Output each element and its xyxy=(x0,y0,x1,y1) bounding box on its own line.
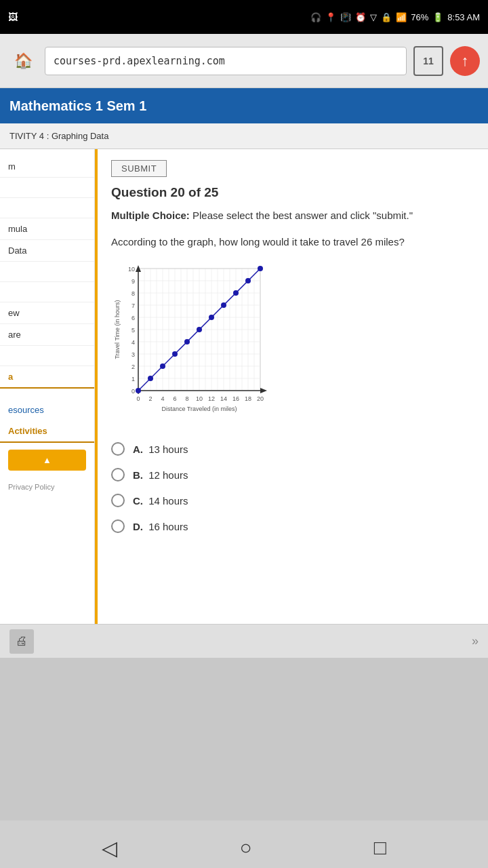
svg-marker-34 xyxy=(260,388,267,393)
sidebar-blank-2 xyxy=(0,198,94,218)
svg-text:6: 6 xyxy=(173,395,176,402)
sidebar-up-button[interactable]: ▲ xyxy=(8,450,86,471)
radio-c[interactable] xyxy=(111,494,125,507)
svg-text:9: 9 xyxy=(131,278,135,285)
answer-label-a: A. 13 hours xyxy=(133,443,188,455)
question-instruction: Multiple Choice: Please select the best … xyxy=(111,208,474,224)
svg-text:Distance Traveled (in miles): Distance Traveled (in miles) xyxy=(161,406,237,412)
answer-choice-b[interactable]: B. 12 hours xyxy=(111,468,474,481)
home-nav-button[interactable]: ○ xyxy=(239,836,251,859)
vibrate-icon: 📳 xyxy=(340,12,351,22)
question-header: Question 20 of 25 xyxy=(111,185,474,200)
svg-text:2: 2 xyxy=(131,363,135,370)
svg-text:7: 7 xyxy=(131,302,135,309)
graph-container: 0 1 2 3 4 5 6 7 8 9 10 0 2 4 6 8 10 12 1… xyxy=(111,262,474,427)
sidebar-item-a[interactable]: a xyxy=(0,366,94,389)
gray-area xyxy=(0,658,488,821)
svg-text:3: 3 xyxy=(131,351,135,358)
svg-point-70 xyxy=(258,266,263,271)
sidebar-item-ew[interactable]: ew xyxy=(0,302,94,324)
svg-text:Travel Time (in hours): Travel Time (in hours) xyxy=(114,300,121,359)
sidebar-blank-3 xyxy=(0,262,94,282)
sidebar-spacer xyxy=(0,389,94,399)
screenshot-icon: 🖼 xyxy=(8,12,18,22)
answer-label-c: C. 14 hours xyxy=(133,495,188,507)
svg-text:20: 20 xyxy=(257,395,264,402)
svg-text:10: 10 xyxy=(196,395,203,402)
svg-point-61 xyxy=(148,376,153,381)
battery-percent: 76% xyxy=(411,12,428,22)
alarm-icon: ⏰ xyxy=(355,12,366,22)
sidebar: m mula Data ew are a esources Activities… xyxy=(0,149,95,624)
instruction-bold: Multiple Choice: xyxy=(111,210,190,221)
svg-text:4: 4 xyxy=(161,395,164,402)
tab-count-button[interactable]: 11 xyxy=(413,46,443,76)
svg-text:8: 8 xyxy=(131,290,135,297)
breadcrumb: TIVITY 4 : Graphing Data xyxy=(0,123,488,149)
radio-b[interactable] xyxy=(111,468,125,481)
privacy-policy-link[interactable]: Privacy Policy xyxy=(0,477,94,496)
svg-text:12: 12 xyxy=(208,395,215,402)
svg-text:0: 0 xyxy=(136,395,140,402)
svg-text:0: 0 xyxy=(131,388,135,395)
time: 8:53 AM xyxy=(447,12,480,22)
battery-icon: 🔋 xyxy=(432,12,443,22)
svg-text:14: 14 xyxy=(220,395,227,402)
url-text: courses-prd.apexlearning.com xyxy=(54,55,225,67)
svg-point-64 xyxy=(184,339,190,344)
svg-point-67 xyxy=(221,302,226,308)
svg-point-66 xyxy=(209,315,214,320)
svg-point-69 xyxy=(245,278,251,283)
status-right: 🎧 📍 📳 ⏰ ▽ 🔒 📶 76% 🔋 8:53 AM xyxy=(310,12,480,22)
answer-choice-a[interactable]: A. 13 hours xyxy=(111,442,474,456)
radio-a[interactable] xyxy=(111,442,125,456)
scroll-right-icon[interactable]: » xyxy=(472,634,479,648)
radio-d[interactable] xyxy=(111,519,125,533)
answer-choice-c[interactable]: C. 14 hours xyxy=(111,494,474,507)
sidebar-blank-1 xyxy=(0,178,94,198)
print-button[interactable]: 🖨 xyxy=(9,629,34,654)
sidebar-item-data[interactable]: Data xyxy=(0,240,94,262)
submit-button[interactable]: SUBMIT xyxy=(111,160,167,177)
sidebar-item-mula[interactable]: mula xyxy=(0,218,94,240)
sidebar-blank-5 xyxy=(0,346,94,366)
svg-text:5: 5 xyxy=(131,327,135,334)
recent-apps-button[interactable]: □ xyxy=(374,836,386,859)
bottom-nav: ◁ ○ □ xyxy=(0,821,488,868)
svg-point-63 xyxy=(172,351,178,357)
signal-icon: 📶 xyxy=(396,12,407,22)
sidebar-item-activities[interactable]: Activities xyxy=(0,420,94,443)
upload-button[interactable]: ↑ xyxy=(450,46,480,76)
url-bar[interactable]: courses-prd.apexlearning.com xyxy=(45,47,407,75)
svg-point-60 xyxy=(136,388,141,393)
svg-point-68 xyxy=(233,290,239,296)
svg-text:1: 1 xyxy=(131,376,135,382)
browser-bar: 🏠 courses-prd.apexlearning.com 11 ↑ xyxy=(0,34,488,88)
graph-svg: 0 1 2 3 4 5 6 7 8 9 10 0 2 4 6 8 10 12 1… xyxy=(111,262,274,425)
vpn-icon: 🔒 xyxy=(381,12,392,22)
status-bar: 🖼 🎧 📍 📳 ⏰ ▽ 🔒 📶 76% 🔋 8:53 AM xyxy=(0,0,488,34)
sidebar-item-resources[interactable]: esources xyxy=(0,399,94,420)
bottom-toolbar: 🖨 » xyxy=(0,624,488,658)
main-layout: m mula Data ew are a esources Activities… xyxy=(0,149,488,624)
svg-text:2: 2 xyxy=(148,395,152,402)
sidebar-item-are[interactable]: are xyxy=(0,324,94,346)
svg-text:10: 10 xyxy=(128,266,135,273)
home-button[interactable]: 🏠 xyxy=(8,46,38,76)
answer-choice-d[interactable]: D. 16 hours xyxy=(111,519,474,533)
back-button[interactable]: ◁ xyxy=(102,836,117,860)
location-icon: 📍 xyxy=(325,12,336,22)
sidebar-item-m[interactable]: m xyxy=(0,156,94,178)
content-area: SUBMIT Question 20 of 25 Multiple Choice… xyxy=(95,149,488,624)
svg-text:4: 4 xyxy=(131,339,135,346)
answer-label-b: B. 12 hours xyxy=(133,469,188,481)
svg-point-62 xyxy=(160,363,165,369)
question-text: According to the graph, how long would i… xyxy=(111,235,474,250)
svg-point-65 xyxy=(197,327,202,332)
svg-text:16: 16 xyxy=(232,395,239,402)
instruction-text: Please select the best answer and click … xyxy=(192,210,413,221)
svg-text:18: 18 xyxy=(245,395,251,402)
breadcrumb-text: TIVITY 4 : Graphing Data xyxy=(9,131,108,141)
headphone-icon: 🎧 xyxy=(310,12,321,22)
page-title-bar: Mathematics 1 Sem 1 xyxy=(0,88,488,123)
